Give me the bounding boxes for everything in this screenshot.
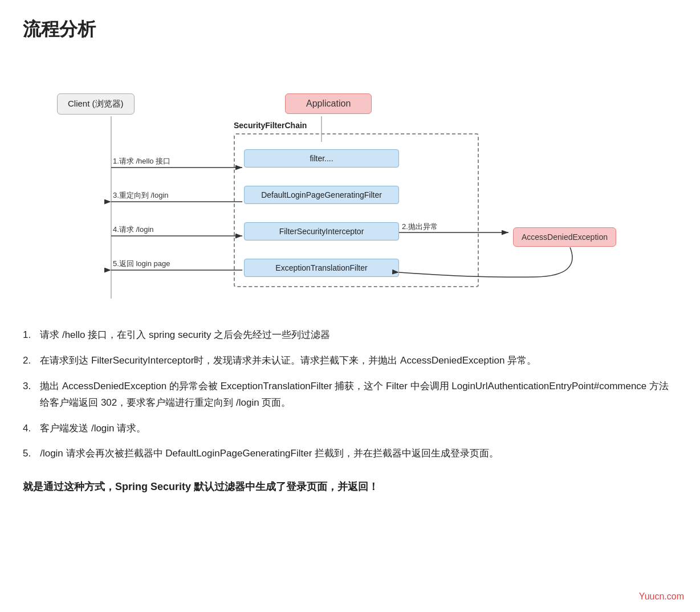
list-num-5: 5. — [23, 446, 31, 462]
filter4-box: ExceptionTranslationFilter — [244, 259, 399, 277]
exception-box: AccessDeniedException — [513, 227, 616, 247]
list-item-2: 2. 在请求到达 FilterSecurityInterceptor时，发现请求… — [23, 353, 677, 369]
watermark: Yuucn.com — [639, 591, 684, 602]
list-text-1: 请求 /hello 接口，在引入 spring security 之后会先经过一… — [40, 327, 330, 344]
client-box: Client (浏览器) — [57, 93, 135, 115]
svg-text:1.请求 /hello 接口: 1.请求 /hello 接口 — [113, 157, 170, 165]
filter1-box: filter.... — [244, 149, 399, 168]
diagram-area: Client (浏览器) Application SecurityFilterC… — [23, 59, 677, 310]
list-text-3: 抛出 AccessDeniedException 的异常会被 Exception… — [40, 378, 677, 411]
application-box: Application — [285, 93, 372, 114]
list-item-3: 3. 抛出 AccessDeniedException 的异常会被 Except… — [23, 378, 677, 411]
list-item-5: 5. /login 请求会再次被拦截器中 DefaultLoginPageGen… — [23, 446, 677, 462]
page-title: 流程分析 — [23, 17, 677, 42]
svg-text:3.重定向到 /login: 3.重定向到 /login — [113, 191, 169, 199]
list-num-3: 3. — [23, 378, 31, 411]
list-text-5: /login 请求会再次被拦截器中 DefaultLoginPageGenera… — [40, 446, 499, 462]
list-text-2: 在请求到达 FilterSecurityInterceptor时，发现请求并未认… — [40, 353, 536, 369]
filter-chain-label: SecurityFilterChain — [234, 121, 307, 130]
svg-text:5.返回 login page: 5.返回 login page — [113, 259, 170, 268]
list-num-2: 2. — [23, 353, 31, 369]
list-num-1: 1. — [23, 327, 31, 344]
summary-line: 就是通过这种方式，Spring Security 默认过滤器中生成了登录页面，并… — [23, 478, 677, 496]
filter3-box: FilterSecurityInterceptor — [244, 222, 399, 240]
numbered-list: 1. 请求 /hello 接口，在引入 spring security 之后会先… — [23, 327, 677, 462]
list-num-4: 4. — [23, 421, 31, 437]
list-item-1: 1. 请求 /hello 接口，在引入 spring security 之后会先… — [23, 327, 677, 344]
svg-text:4.请求 /login: 4.请求 /login — [113, 225, 154, 234]
list-item-4: 4. 客户端发送 /login 请求。 — [23, 421, 677, 437]
list-text-4: 客户端发送 /login 请求。 — [40, 421, 146, 437]
filter2-box: DefaultLoginPageGeneratingFilter — [244, 186, 399, 204]
